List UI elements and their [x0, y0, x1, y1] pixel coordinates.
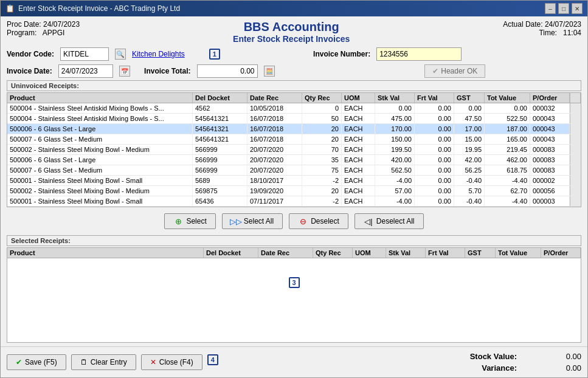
- header-ok-button[interactable]: ✔ Header OK: [424, 64, 485, 78]
- badge-4: 4: [207, 354, 218, 365]
- table-cell: 219.45: [485, 145, 530, 154]
- stock-info: Stock Value: 0.00 Variance: 0.00: [444, 352, 581, 373]
- invoice-total-input[interactable]: [197, 64, 258, 78]
- maximize-button[interactable]: □: [558, 3, 569, 14]
- table-cell: 000043: [530, 114, 570, 123]
- table-row[interactable]: 500007 - 6 Glass Set - Medium56699920/07…: [7, 165, 581, 176]
- table-cell: 0.00: [375, 103, 415, 113]
- table-cell: 75: [302, 165, 342, 175]
- table-row[interactable]: 500002 - Stainless Steel Mixing Bowl - M…: [7, 145, 581, 155]
- uninvoiced-section-label: Uninvoiced Receipts:: [7, 80, 581, 91]
- sel-col-gst: GST: [465, 248, 496, 258]
- table-row[interactable]: 500007 - 6 Glass Set - Medium54564132116…: [7, 134, 581, 145]
- table-cell: -4.00: [375, 196, 415, 206]
- sel-col-stk-val: Stk Val: [386, 248, 426, 258]
- close-icon: ✕: [150, 358, 156, 366]
- content-area: Proc Date: 24/07/2023 Program: APPGI BBS…: [1, 16, 587, 346]
- table-cell: 16/07/2018: [247, 124, 302, 134]
- row-scroll-placeholder: [570, 103, 581, 113]
- table-cell: 500006 - 6 Glass Set - Large: [7, 155, 193, 165]
- sel-col-frt-val: Frt Val: [426, 248, 465, 258]
- table-cell: 5689: [193, 176, 247, 185]
- table-cell: 42.00: [454, 155, 485, 165]
- table-cell: 56.25: [454, 165, 485, 175]
- table-row[interactable]: 500001 - Stainless Steel Mixing Bowl - S…: [7, 176, 581, 186]
- actual-date-label: Actual Date:: [503, 20, 542, 29]
- table-cell: EACH: [342, 155, 375, 165]
- action-buttons-row: ⊕ Select ▷▷ Select All ⊖ Deselect ◁| Des…: [7, 210, 581, 233]
- table-cell: 65436: [193, 196, 247, 206]
- table-cell: 618.75: [485, 165, 530, 175]
- title-bar-controls: – □ ✕: [545, 3, 583, 14]
- table-row[interactable]: 500006 - 6 Glass Set - Large54564132116/…: [7, 124, 581, 134]
- clear-entry-button[interactable]: 🗒 Clear Entry: [71, 354, 136, 370]
- vendor-search-icon[interactable]: 🔍: [115, 49, 126, 60]
- footer-buttons: ✔ Save (F5) 🗒 Clear Entry ✕ Close (F4) 4: [7, 354, 218, 370]
- table-row[interactable]: 500002 - Stainless Steel Mixing Bowl - M…: [7, 186, 581, 196]
- vendor-code-input[interactable]: [60, 47, 109, 61]
- table-cell: 545641321: [193, 124, 247, 134]
- stock-value-label: Stock Value:: [444, 352, 517, 361]
- deselect-label: Deselect: [311, 217, 339, 225]
- invoice-date-input[interactable]: [58, 64, 113, 78]
- close-button[interactable]: ✕: [572, 3, 583, 14]
- proc-date-row: Proc Date: 24/07/2023: [7, 20, 80, 29]
- table-cell: 70: [302, 145, 342, 154]
- table-cell: 19/09/2020: [247, 186, 302, 196]
- sel-col-tot-value: Tot Value: [496, 248, 541, 258]
- table-cell: 000032: [530, 103, 570, 113]
- table-cell: 000083: [530, 155, 570, 165]
- sel-col-date-rec: Date Rec: [258, 248, 313, 258]
- calc-icon[interactable]: 🧮: [264, 66, 275, 77]
- invoice-date-label: Invoice Date:: [7, 67, 52, 75]
- table-row[interactable]: 500001 - Stainless Steel Mixing Bowl - S…: [7, 196, 581, 207]
- table-cell: 0.00: [415, 196, 454, 206]
- table-cell: 17.00: [454, 124, 485, 134]
- select-all-label: Select All: [244, 217, 274, 225]
- table-cell: 000083: [530, 165, 570, 175]
- table-cell: 0: [302, 103, 342, 113]
- deselect-all-button[interactable]: ◁| Deselect All: [355, 213, 424, 229]
- table-cell: 170.00: [375, 124, 415, 134]
- table-cell: -4.00: [375, 176, 415, 185]
- title-bar-left: 📋 Enter Stock Receipt Invoice - ABC Trad…: [5, 4, 180, 13]
- table-cell: 000083: [530, 145, 570, 154]
- table-cell: 500007 - 6 Glass Set - Medium: [7, 134, 193, 144]
- table-cell: 522.50: [485, 114, 530, 123]
- row-scroll-placeholder: [570, 155, 581, 165]
- minimize-button[interactable]: –: [545, 3, 556, 14]
- table-cell: 000043: [530, 124, 570, 134]
- table-cell: 62.70: [485, 186, 530, 196]
- row-scroll-placeholder: [570, 134, 581, 144]
- table-cell: -0.40: [454, 196, 485, 206]
- table-cell: 475.00: [375, 114, 415, 123]
- row-scroll-placeholder: [570, 186, 581, 196]
- table-cell: 50: [302, 114, 342, 123]
- close-label: Close (F4): [159, 358, 193, 366]
- row-scroll-placeholder: [570, 196, 581, 206]
- table-cell: 0.00: [415, 176, 454, 185]
- invoice-number-input[interactable]: [376, 47, 462, 61]
- table-cell: 000002: [530, 176, 570, 185]
- save-icon: ✔: [16, 358, 22, 366]
- table-cell: 150.00: [375, 134, 415, 144]
- table-cell: 35: [302, 155, 342, 165]
- table-cell: EACH: [342, 134, 375, 144]
- select-all-button[interactable]: ▷▷ Select All: [222, 213, 283, 229]
- select-button[interactable]: ⊕ Select: [164, 213, 215, 229]
- save-button[interactable]: ✔ Save (F5): [7, 354, 66, 370]
- table-cell: 500004 - Stainless Steel Antiskid Mixing…: [7, 114, 193, 123]
- vendor-name-link[interactable]: Kitchen Delights: [132, 50, 185, 58]
- table-cell: 566999: [193, 165, 247, 175]
- table-cell: 500004 - Stainless Steel Antiskid Mixing…: [7, 103, 193, 113]
- table-cell: 0.00: [454, 103, 485, 113]
- time-value: 11:04: [563, 29, 581, 37]
- table-row[interactable]: 500004 - Stainless Steel Antiskid Mixing…: [7, 103, 581, 114]
- col-stk-val: Stk Val: [375, 93, 415, 103]
- table-row[interactable]: 500004 - Stainless Steel Antiskid Mixing…: [7, 114, 581, 124]
- deselect-button[interactable]: ⊖ Deselect: [289, 213, 348, 229]
- calendar-icon[interactable]: 📅: [119, 66, 130, 77]
- actual-date-value: 24/07/2023: [545, 20, 581, 29]
- table-row[interactable]: 500006 - 6 Glass Set - Large56699920/07/…: [7, 155, 581, 165]
- close-button-footer[interactable]: ✕ Close (F4): [141, 354, 202, 370]
